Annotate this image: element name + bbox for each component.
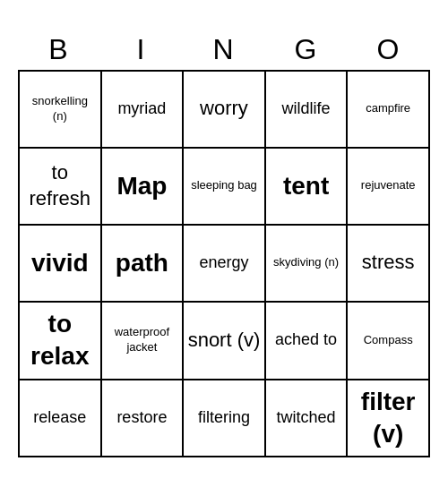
cell-text: filtering [198,407,250,428]
header-letter: B [18,30,100,70]
cell-text: to refresh [23,160,97,211]
bingo-cell: ached to [266,303,349,380]
bingo-cell: to relax [20,303,102,380]
cell-text: energy [199,252,248,273]
cell-text: vivid [31,247,89,279]
cell-text: campfire [366,101,410,116]
header-letter: N [183,30,265,70]
cell-text: restore [116,407,167,428]
cell-text: to relax [23,308,97,373]
bingo-cell: path [102,226,185,303]
cell-text: myriad [117,98,166,119]
bingo-card: BINGO snorkelling (n)myriadworrywildlife… [18,30,430,458]
bingo-cell: vivid [20,226,102,303]
bingo-cell: Map [102,149,185,226]
bingo-cell: to refresh [20,149,102,226]
bingo-cell: energy [184,226,266,303]
bingo-cell: stress [348,226,430,303]
cell-text: worry [200,96,248,122]
cell-text: Compass [364,333,413,348]
bingo-cell: snort (v) [184,303,266,380]
bingo-cell: worry [184,72,266,149]
bingo-header: BINGO [18,30,430,70]
cell-text: wildlife [282,98,331,119]
cell-text: skydiving (n) [273,255,339,270]
bingo-cell: sleeping bag [184,149,266,226]
header-letter: G [265,30,348,70]
bingo-cell: Compass [348,303,430,380]
bingo-cell: filter (v) [348,380,430,458]
bingo-cell: skydiving (n) [266,226,349,303]
cell-text: stress [362,250,415,276]
cell-text: sleeping bag [191,178,257,193]
bingo-cell: campfire [348,72,430,149]
cell-text: rejuvenate [361,178,416,193]
cell-text: snorkelling (n) [23,94,97,124]
cell-text: tent [283,170,329,202]
header-letter: O [348,30,430,70]
cell-text: filter (v) [351,386,425,451]
cell-text: release [33,407,86,428]
bingo-cell: tent [266,149,349,226]
bingo-cell: wildlife [266,72,349,149]
bingo-cell: restore [102,380,185,458]
cell-text: twitched [277,407,336,428]
header-letter: I [100,30,183,70]
bingo-grid: snorkelling (n)myriadworrywildlifecampfi… [18,70,430,458]
bingo-cell: release [20,380,102,458]
bingo-cell: filtering [184,380,266,458]
bingo-cell: waterproof jacket [102,303,185,380]
cell-text: path [116,247,168,279]
cell-text: waterproof jacket [106,325,179,355]
cell-text: snort (v) [188,328,261,354]
bingo-cell: myriad [102,72,185,149]
bingo-cell: snorkelling (n) [20,72,102,149]
bingo-cell: twitched [266,380,349,458]
cell-text: Map [116,170,167,202]
cell-text: ached to [275,329,337,350]
bingo-cell: rejuvenate [348,149,430,226]
